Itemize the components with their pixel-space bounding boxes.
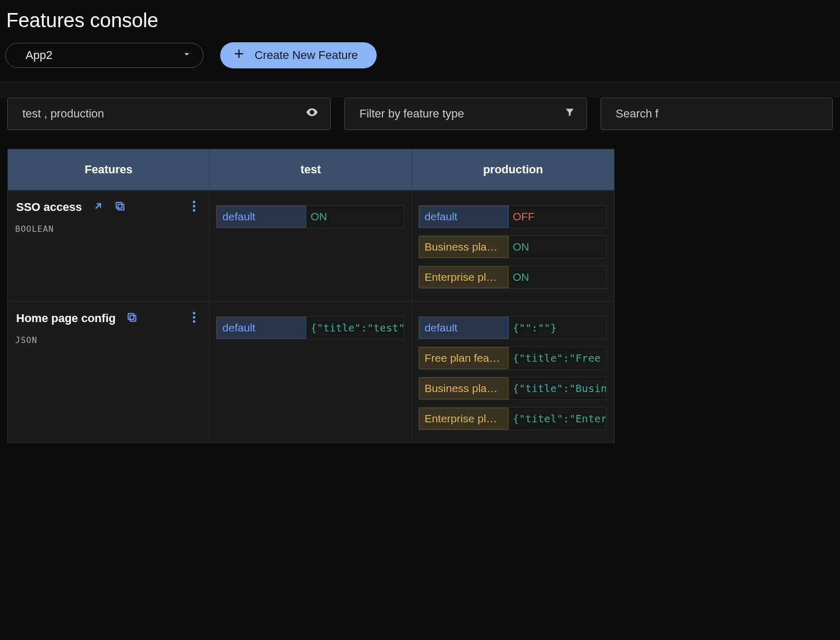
override-chip[interactable]: default{"title":"test"} bbox=[216, 316, 404, 339]
chip-key: default bbox=[419, 206, 509, 228]
open-link-icon[interactable] bbox=[92, 200, 104, 214]
override-chip[interactable]: defaultON bbox=[216, 205, 404, 228]
svg-point-5 bbox=[193, 205, 196, 208]
feature-name: Home page config bbox=[16, 312, 116, 325]
feature-type: JSON bbox=[14, 326, 203, 347]
table-row: SSO accessBOOLEANdefaultONdefaultOFFBusi… bbox=[8, 190, 614, 301]
chip-key: Business pla… bbox=[419, 377, 509, 399]
create-feature-button[interactable]: Create New Feature bbox=[220, 42, 377, 68]
override-chip[interactable]: default{"":""} bbox=[418, 316, 606, 339]
feature-type: BOOLEAN bbox=[14, 215, 203, 236]
feature-name: SSO access bbox=[16, 200, 82, 214]
env-cell-production: defaultOFFBusiness pla…ONEnterprise pl…O… bbox=[412, 191, 614, 301]
search-placeholder: Search f bbox=[616, 107, 658, 121]
copy-icon[interactable] bbox=[126, 312, 138, 325]
env-cell-production: default{"":""}Free plan fea…{"title":"Fr… bbox=[412, 302, 614, 443]
chevron-down-icon bbox=[182, 49, 191, 62]
env-filter[interactable]: test , production bbox=[7, 98, 331, 130]
search-input[interactable]: Search f bbox=[601, 98, 833, 130]
feature-cell: Home page configJSON bbox=[8, 302, 210, 443]
chip-value: ON bbox=[509, 266, 606, 288]
table-row: Home page configJSONdefault{"title":"tes… bbox=[8, 301, 614, 443]
feature-cell: SSO accessBOOLEAN bbox=[8, 191, 210, 301]
env-filter-value: test , production bbox=[22, 107, 104, 121]
svg-rect-7 bbox=[130, 315, 136, 321]
chip-key: Business pla… bbox=[419, 236, 509, 258]
svg-point-9 bbox=[193, 312, 196, 315]
svg-rect-8 bbox=[128, 314, 134, 319]
chip-value: {"titel":"Enterpri… bbox=[509, 408, 606, 430]
svg-point-6 bbox=[193, 209, 196, 212]
override-chip[interactable]: Business pla…{"title":"Busines… bbox=[418, 377, 606, 400]
chip-value: ON bbox=[306, 206, 403, 228]
plus-icon bbox=[233, 48, 245, 63]
page-title: Features console bbox=[0, 0, 840, 36]
override-chip[interactable]: Free plan fea…{"title":"Free pla… bbox=[418, 347, 606, 370]
chip-key: default bbox=[217, 317, 306, 339]
svg-rect-2 bbox=[118, 204, 124, 210]
copy-icon[interactable] bbox=[114, 200, 126, 214]
type-filter[interactable]: Filter by feature type bbox=[344, 98, 587, 130]
filter-row: test , production Filter by feature type… bbox=[0, 98, 840, 130]
chip-key: default bbox=[217, 206, 306, 228]
features-table: Features test production SSO accessBOOLE… bbox=[7, 149, 615, 443]
override-chip[interactable]: Enterprise pl…ON bbox=[418, 266, 606, 289]
app-select[interactable]: App2 bbox=[5, 43, 203, 68]
chip-value: {"title":"Free pla… bbox=[509, 347, 606, 369]
chip-value: {"title":"Busines… bbox=[509, 377, 606, 399]
chip-key: default bbox=[419, 317, 509, 339]
kebab-menu[interactable] bbox=[193, 200, 201, 215]
svg-point-11 bbox=[193, 321, 196, 323]
top-controls: App2 Create New Feature bbox=[0, 36, 840, 82]
env-cell-test: defaultON bbox=[210, 191, 412, 301]
chip-value: ON bbox=[509, 236, 606, 258]
chip-key: Enterprise pl… bbox=[419, 266, 509, 288]
override-chip[interactable]: Enterprise pl…{"titel":"Enterpri… bbox=[418, 407, 606, 430]
create-feature-label: Create New Feature bbox=[255, 49, 358, 62]
th-features: Features bbox=[8, 149, 210, 190]
env-cell-test: default{"title":"test"} bbox=[210, 302, 412, 443]
chip-value: {"":""} bbox=[509, 317, 606, 339]
app-select-value: App2 bbox=[26, 49, 52, 62]
th-env-1: production bbox=[412, 149, 614, 190]
th-env-0: test bbox=[210, 149, 412, 190]
section-divider bbox=[0, 82, 840, 98]
kebab-menu[interactable] bbox=[193, 311, 201, 326]
filter-icon bbox=[565, 107, 575, 121]
override-chip[interactable]: Business pla…ON bbox=[418, 235, 606, 258]
svg-point-4 bbox=[193, 201, 196, 204]
svg-rect-3 bbox=[116, 203, 122, 208]
chip-value: OFF bbox=[509, 206, 606, 228]
override-chip[interactable]: defaultOFF bbox=[418, 205, 606, 228]
svg-point-10 bbox=[193, 316, 196, 319]
chip-key: Free plan fea… bbox=[419, 347, 509, 369]
table-header: Features test production bbox=[8, 149, 614, 190]
type-filter-placeholder: Filter by feature type bbox=[359, 107, 464, 121]
eye-icon bbox=[305, 105, 319, 122]
chip-key: Enterprise pl… bbox=[419, 408, 509, 430]
chip-value: {"title":"test"} bbox=[306, 317, 403, 339]
